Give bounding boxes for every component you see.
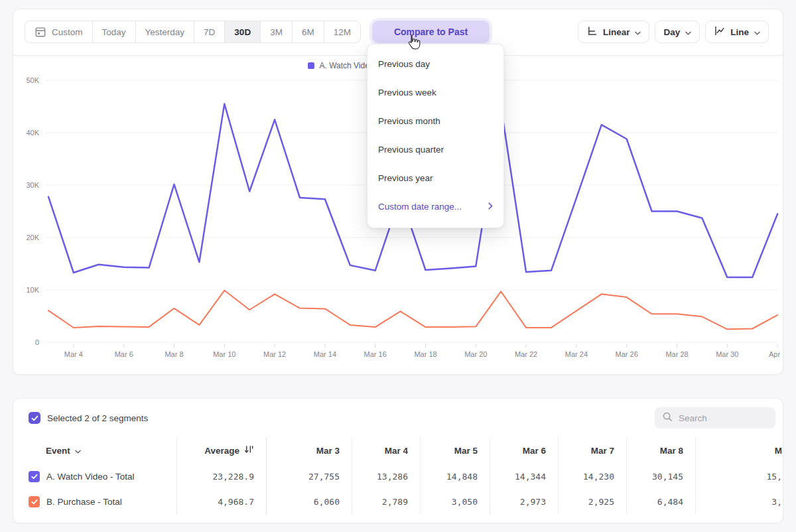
legend-swatch [308,62,314,69]
range-label: 6M [302,27,314,37]
column-header-date: M [695,437,783,464]
menu-item[interactable]: Previous month [367,107,503,135]
interval-select-label: Day [663,27,680,37]
segment-label: B. Purchase - Total [46,497,122,507]
menu-item-label: Previous week [378,88,436,98]
column-header-event[interactable]: Event [13,437,176,464]
segment-checkbox[interactable] [29,471,40,482]
segments-table-card: Selected 2 of 2 segments EventAverageMar… [13,398,783,523]
selected-count-label: Selected 2 of 2 segments [47,413,148,423]
value-cell: 3,050 [420,489,490,514]
y-axis-tick-label: 20K [26,233,39,241]
chevron-down-icon [685,27,691,37]
x-axis-tick-label: Mar 14 [314,350,336,358]
x-axis-tick-label: Mar 4 [64,350,83,358]
range-7d-button[interactable]: 7D [194,21,224,42]
column-header-label: Mar 5 [454,446,478,456]
segment-cell: A. Watch Video - Total [13,464,176,489]
column-header-label: Mar 6 [523,446,546,456]
value-cell: 2,925 [558,489,626,514]
menu-item-label: Previous year [378,173,433,183]
chart-type-select-label: Line [730,27,749,37]
value-cell: 2,973 [490,489,558,514]
range-yesterday-button[interactable]: Yesterday [135,21,194,42]
menu-item[interactable]: Previous year [367,164,503,192]
x-axis-tick-label: Mar 8 [165,350,183,358]
chart-options-toolbar: Linear Day Line [578,21,769,43]
column-header-label: Event [46,446,70,456]
search-input[interactable] [679,413,768,423]
chevron-down-icon [635,27,641,37]
date-range-control: CustomTodayYesterday7D30D3M6M12M [25,21,361,43]
menu-item-label: Previous month [378,116,440,126]
y-axis-tick-label: 50K [26,76,39,84]
column-header-date: Mar 7 [558,437,626,464]
x-axis-tick-label: Mar 16 [364,350,387,358]
value-cell: 6,060 [266,489,352,514]
average-value-cell: 23,228.9 [176,464,266,489]
search-box [655,407,775,429]
x-axis-tick-label: Mar 26 [616,350,638,358]
x-axis-tick-label: Mar 6 [115,350,133,358]
range-label: Yesterday [145,27,185,37]
segment-label: A. Watch Video - Total [46,472,135,482]
chevron-down-icon [754,27,760,37]
average-value-cell: 4,968.7 [176,489,266,514]
compare-dropdown-menu: Previous dayPrevious weekPrevious monthP… [367,44,504,228]
scale-select-button[interactable]: Linear [578,21,650,43]
x-axis-tick-label: Mar 30 [716,350,738,358]
value-cell: 30,145 [626,464,695,489]
menu-item[interactable]: Previous day [367,50,503,78]
range-label: 3M [270,27,283,37]
column-header-date: Mar 8 [626,437,695,464]
x-axis-tick-label: Mar 18 [414,350,436,358]
value-cell: 2,789 [352,489,420,514]
menu-item[interactable]: Previous week [367,78,503,107]
column-header-label: M [775,446,782,456]
range-label: 7D [204,27,215,37]
range-30d-button[interactable]: 30D [224,21,260,42]
range-label: 30D [234,27,251,37]
line-chart-icon [714,25,725,38]
column-header-date: Mar 3 [266,437,352,464]
interval-select-button[interactable]: Day [655,21,700,43]
menu-item[interactable]: Previous quarter [367,135,503,164]
value-cell: 14,848 [420,464,490,489]
search-icon [662,411,673,425]
menu-item-label: Previous quarter [378,145,444,155]
x-axis-tick-label: Mar 28 [665,350,688,358]
range-3m-button[interactable]: 3M [260,21,292,42]
y-axis-tick-label: 10K [26,286,39,294]
x-axis-tick-label: Apr 1 [769,350,783,358]
chevron-down-icon [75,446,81,456]
y-axis-tick-label: 0 [35,338,39,346]
column-header-label: Mar 4 [385,446,408,456]
column-header-date: Mar 4 [352,437,420,464]
range-label: Today [102,27,126,37]
range-today-button[interactable]: Today [92,21,135,42]
compare-to-past-button[interactable]: Compare to Past [372,21,490,43]
range-label: Custom [52,27,83,37]
column-header-average[interactable]: Average [176,437,266,464]
segments-table: EventAverageMar 3Mar 4Mar 5Mar 6Mar 7Mar… [13,437,783,514]
value-cell: 27,755 [266,464,352,489]
range-12m-button[interactable]: 12M [324,21,360,42]
chart-type-select-button[interactable]: Line [705,21,769,43]
table-header-bar: Selected 2 of 2 segments [13,404,783,432]
series-line-b [48,291,777,330]
segment-checkbox[interactable] [29,496,40,507]
value-cell: 13,286 [352,464,420,489]
x-axis-tick-label: Mar 22 [515,350,537,358]
value-cell: 14,230 [558,464,626,489]
select-all-checkbox[interactable] [29,412,40,424]
column-header-label: Average [204,446,239,456]
range-6m-button[interactable]: 6M [292,21,324,42]
column-header-label: Mar 8 [660,446,683,456]
menu-item[interactable]: Custom date range... [367,192,503,221]
x-axis-tick-label: Mar 24 [565,350,588,358]
column-header-label: Mar 7 [591,446,614,456]
range-custom-button[interactable]: Custom [25,21,92,42]
y-axis-tick-label: 30K [26,181,39,189]
column-header-date: Mar 6 [490,437,558,464]
calendar-icon [34,26,46,38]
